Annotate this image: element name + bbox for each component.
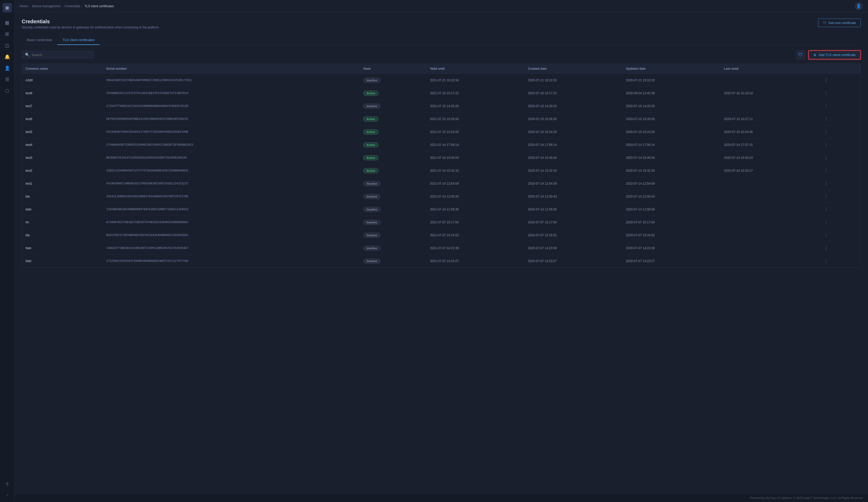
cell-last-used bbox=[720, 203, 818, 216]
toolbar: 🔍 🛡 ⊕ Add TLS client certificate bbox=[22, 50, 861, 59]
cell-actions: ⋮ bbox=[818, 87, 860, 100]
cell-serial: 8541799727307088460704756164364588096512… bbox=[103, 229, 360, 242]
cell-last-used bbox=[720, 100, 818, 113]
cell-updated: 2020-09-04 12:42:38 bbox=[622, 87, 720, 100]
cell-actions: ⋮ bbox=[818, 229, 860, 242]
cell-created: 2020-07-14 12:00:43 bbox=[524, 190, 622, 203]
get-root-cert-button[interactable]: 🛡 Get root certificate bbox=[818, 19, 861, 27]
col-state: State bbox=[360, 64, 426, 74]
get-root-cert-label: Get root certificate bbox=[828, 21, 856, 25]
cell-state: Active bbox=[360, 151, 426, 164]
row-more-button[interactable]: ⋮ bbox=[822, 219, 830, 226]
user-icon: 👤 bbox=[4, 65, 10, 71]
cell-state: Inactive bbox=[360, 177, 426, 190]
row-more-button[interactable]: ⋮ bbox=[822, 232, 830, 239]
col-serial-number: Serial number bbox=[103, 64, 360, 74]
row-more-button[interactable]: ⋮ bbox=[822, 77, 830, 84]
cell-valid-until: 2021-07-15 10:24:26 bbox=[426, 125, 524, 138]
breadcrumb-credentials[interactable]: Credentials bbox=[65, 4, 80, 8]
tab-basic-credentials[interactable]: Basic credentials bbox=[22, 35, 57, 45]
col-created-date: Created date bbox=[524, 64, 622, 74]
sidebar-item-logs[interactable]: ☰ bbox=[2, 74, 12, 85]
cell-created: 2020-07-15 10:26:50 bbox=[524, 113, 622, 125]
row-more-button[interactable]: ⋮ bbox=[822, 141, 830, 148]
row-more-button[interactable]: ⋮ bbox=[822, 103, 830, 109]
sidebar-item-users[interactable]: 👤 bbox=[2, 63, 12, 73]
sidebar-item-alerts[interactable]: 🔔 bbox=[2, 52, 12, 62]
sidebar-item-devices[interactable]: ◫ bbox=[2, 40, 12, 51]
breadcrumb-device-mgmt[interactable]: Device management bbox=[32, 4, 61, 8]
cell-created: 2020-07-14 11:59:36 bbox=[524, 203, 622, 216]
row-more-button[interactable]: ⋮ bbox=[822, 244, 830, 251]
filter-button[interactable]: 🛡 bbox=[796, 50, 805, 59]
col-common-name: Common name bbox=[22, 64, 103, 74]
cell-serial: 3910800241111575374114631883707253685737… bbox=[103, 87, 360, 100]
sidebar-item-packages[interactable]: ⬡ bbox=[2, 86, 12, 96]
cell-last-used bbox=[720, 190, 818, 203]
breadcrumb-home[interactable]: Home bbox=[20, 4, 28, 8]
table-row: test7 1715477758051611261913898896806928… bbox=[22, 100, 860, 113]
row-more-button[interactable]: ⋮ bbox=[822, 258, 830, 264]
cell-valid-until: 2021-07-14 15:32:33 bbox=[426, 164, 524, 177]
cell-name: test1 bbox=[22, 177, 103, 190]
state-badge: Active bbox=[363, 168, 379, 173]
footer-text: Powered by the Kaa IoT platform, © 2020 … bbox=[750, 496, 863, 499]
help-icon: ? bbox=[6, 482, 8, 487]
cell-valid-until: 2021-07-07 14:23:39 bbox=[426, 242, 524, 255]
cell-name: bla bbox=[22, 229, 103, 242]
sidebar-item-help[interactable]: ? bbox=[2, 479, 12, 490]
cell-state: Inactive bbox=[360, 74, 426, 87]
cell-last-used: 2020-07-14 15:40:33 bbox=[720, 151, 818, 164]
cell-last-used bbox=[720, 74, 818, 87]
cell-state: Inactive bbox=[360, 255, 426, 268]
row-more-button[interactable]: ⋮ bbox=[822, 180, 830, 187]
row-more-button[interactable]: ⋮ bbox=[822, 90, 830, 96]
cell-last-used bbox=[720, 255, 818, 268]
add-tls-cert-button[interactable]: ⊕ Add TLS client certificate bbox=[808, 50, 861, 59]
cell-serial: 5679325459849207086152391398492433738065… bbox=[103, 113, 360, 125]
cell-actions: ⋮ bbox=[818, 203, 860, 216]
topbar-right: 👤 bbox=[855, 2, 863, 10]
cell-created: 2020-07-14 12:54:09 bbox=[524, 177, 622, 190]
cell-state: Active bbox=[360, 164, 426, 177]
cell-serial: 1446197738638161448538731399120863453537… bbox=[103, 242, 360, 255]
row-more-button[interactable]: ⋮ bbox=[822, 193, 830, 200]
sidebar-item-apps[interactable]: ⊞ bbox=[2, 29, 12, 39]
cell-updated: 2020-07-15 14:20:20 bbox=[622, 100, 720, 113]
row-more-button[interactable]: ⋮ bbox=[822, 115, 830, 123]
cell-name: A300 bbox=[22, 74, 103, 87]
row-more-button[interactable]: ⋮ bbox=[822, 154, 830, 161]
cell-name: blah bbox=[22, 242, 103, 255]
cell-updated: 2020-07-07 14:23:39 bbox=[622, 242, 720, 255]
col-valid-until: Valid until bbox=[426, 64, 524, 74]
devices-icon: ◫ bbox=[5, 43, 9, 48]
row-more-button[interactable]: ⋮ bbox=[822, 206, 830, 213]
sidebar-item-dashboard[interactable]: ▦ bbox=[2, 18, 12, 28]
cell-name: blah bbox=[22, 255, 103, 268]
sidebar-expand-btn[interactable]: › bbox=[2, 491, 12, 499]
cell-last-used: 2020-07-16 10:18:19 bbox=[720, 87, 818, 100]
cell-actions: ⋮ bbox=[818, 151, 860, 164]
user-avatar[interactable]: 👤 bbox=[855, 2, 863, 10]
main-area: Home › Device management › Credentials ›… bbox=[14, 0, 868, 502]
search-box[interactable]: 🔍 bbox=[22, 51, 94, 59]
table-row: blah 13928049018478880888476976285518887… bbox=[22, 203, 860, 216]
cell-created: 2020-07-15 14:20:20 bbox=[524, 100, 622, 113]
cell-serial: 6734067813798102718539747483925328403269… bbox=[103, 216, 360, 229]
shield-download-icon: 🛡 bbox=[823, 21, 826, 25]
row-more-button[interactable]: ⋮ bbox=[822, 128, 830, 135]
cell-valid-until: 2021-07-14 15:40:04 bbox=[426, 151, 524, 164]
tab-tls-certificates[interactable]: TLS client certificates bbox=[57, 35, 100, 45]
app-logo[interactable]: ⊞ bbox=[3, 3, 12, 12]
cell-valid-until: 2021-07-14 12:54:09 bbox=[426, 177, 524, 190]
cell-serial: 3354111688012024303308017834485837027897… bbox=[103, 190, 360, 203]
topbar: Home › Device management › Credentials ›… bbox=[14, 0, 868, 12]
cell-updated: 2020-07-07 14:23:27 bbox=[622, 255, 720, 268]
search-input[interactable] bbox=[32, 53, 91, 57]
cell-actions: ⋮ bbox=[818, 125, 860, 138]
cell-created: 2020-07-14 15:40:04 bbox=[524, 151, 622, 164]
table-row: test2 1582513244894587327577576018600014… bbox=[22, 164, 860, 177]
cell-created: 2020-07-07 14:23:39 bbox=[524, 242, 622, 255]
row-more-button[interactable]: ⋮ bbox=[822, 167, 830, 174]
cell-created: 2020-07-07 15:16:52 bbox=[524, 229, 622, 242]
